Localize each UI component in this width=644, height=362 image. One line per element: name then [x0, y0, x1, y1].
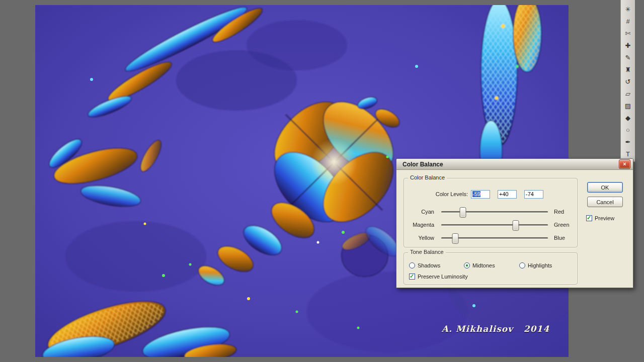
yellow-label: Yellow [406, 235, 438, 241]
ok-button[interactable]: OK [587, 182, 623, 193]
preview-label: Preview [595, 215, 614, 221]
color-balance-legend: Color Balance [408, 174, 447, 180]
cyan-label: Cyan [406, 209, 438, 215]
color-level-input-3[interactable] [524, 190, 543, 199]
yellow-blue-slider-row: Yellow Blue [406, 232, 575, 243]
magenta-label: Magenta [406, 222, 438, 228]
midtones-radio[interactable]: Midtones [464, 262, 495, 268]
close-icon[interactable]: × [619, 159, 630, 169]
crop-tool-icon[interactable]: # [621, 15, 635, 27]
shadows-radio-label: Shadows [418, 262, 440, 268]
slice-tool-icon[interactable]: ✄ [621, 27, 635, 39]
highlights-radio-label: Highlights [528, 262, 552, 268]
red-label: Red [548, 209, 564, 215]
magenta-green-slider-row: Magenta Green [406, 219, 575, 230]
midtones-radio-label: Midtones [472, 262, 495, 268]
midtones-radio-control[interactable] [464, 262, 470, 268]
dialog-titlebar[interactable]: Color Balance × [396, 159, 633, 170]
healing-brush-tool-icon[interactable]: ✚ [621, 39, 635, 51]
highlights-radio-control[interactable] [519, 262, 525, 268]
tone-balance-legend: Tone Balance [408, 249, 446, 255]
color-balance-dialog: Color Balance × Color Balance Color Leve… [396, 158, 633, 288]
color-balance-group: Color Balance Color Levels: Cyan Red Mag… [404, 178, 578, 247]
color-levels-label: Color Levels: [404, 191, 471, 197]
color-level-input-1[interactable] [471, 190, 490, 199]
shadows-radio[interactable]: Shadows [409, 262, 440, 268]
pen-tool-icon[interactable]: ✒ [621, 136, 635, 148]
cyan-red-slider-thumb[interactable] [460, 207, 466, 218]
dialog-title: Color Balance [403, 161, 619, 168]
preserve-luminosity-checkbox-control[interactable] [409, 274, 415, 280]
eraser-tool-icon[interactable]: ▱ [621, 87, 635, 100]
highlights-radio[interactable]: Highlights [519, 262, 552, 268]
tool-palette: ✳ # ✄ ✚ ✎ ♜ ↺ ▱ ▨ ◆ ○ ✒ T [620, 0, 635, 162]
history-brush-tool-icon[interactable]: ↺ [621, 75, 635, 87]
cyan-red-slider-row: Cyan Red [406, 206, 575, 217]
color-levels-row: Color Levels: [404, 190, 577, 199]
magenta-green-slider[interactable] [441, 220, 548, 230]
cyan-red-slider-track[interactable] [441, 211, 548, 213]
preserve-luminosity-label: Preserve Luminosity [418, 274, 468, 280]
magenta-green-slider-thumb[interactable] [513, 220, 519, 231]
blue-label: Blue [548, 235, 565, 241]
blur-tool-icon[interactable]: ◆ [621, 112, 635, 124]
shadows-radio-control[interactable] [409, 262, 415, 268]
color-level-input-2[interactable] [498, 190, 517, 199]
magic-wand-tool-icon[interactable]: ✳ [621, 3, 635, 15]
green-label: Green [548, 222, 570, 228]
tone-balance-group: Tone Balance Shadows Midtones Highlights… [404, 252, 578, 285]
dodge-tool-icon[interactable]: ○ [621, 124, 635, 136]
clone-stamp-tool-icon[interactable]: ♜ [621, 63, 635, 75]
gradient-tool-icon[interactable]: ▨ [621, 100, 635, 112]
cyan-red-slider[interactable] [441, 207, 548, 217]
yellow-blue-slider[interactable] [441, 233, 548, 243]
brush-tool-icon[interactable]: ✎ [621, 51, 635, 63]
yellow-blue-slider-thumb[interactable] [452, 233, 458, 244]
preserve-luminosity-checkbox[interactable]: Preserve Luminosity [409, 274, 468, 280]
cancel-button[interactable]: Cancel [587, 197, 623, 207]
preview-checkbox[interactable]: Preview [586, 215, 614, 221]
preview-checkbox-control[interactable] [586, 215, 592, 221]
image-signature: A. Mikhalisov 2014 [442, 324, 549, 334]
magenta-green-slider-track[interactable] [441, 224, 548, 226]
